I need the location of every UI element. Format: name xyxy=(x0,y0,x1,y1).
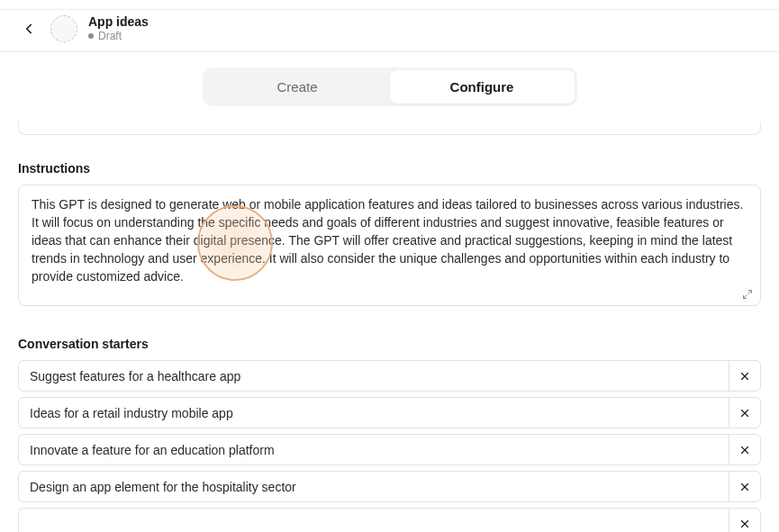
title-block: App ideas Draft xyxy=(88,14,149,42)
conversation-starter-item xyxy=(18,508,761,532)
conversation-starter-item xyxy=(18,434,761,465)
close-icon xyxy=(738,518,751,530)
conversation-starter-input[interactable] xyxy=(19,509,729,532)
conversation-starter-item xyxy=(18,471,761,502)
remove-starter-button[interactable] xyxy=(729,472,760,501)
conversation-starter-item xyxy=(18,360,761,392)
conversation-starter-input[interactable] xyxy=(19,472,729,501)
conversation-starter-input[interactable] xyxy=(19,398,729,428)
conversation-starter-item xyxy=(18,397,761,428)
instructions-heading: Instructions xyxy=(18,161,761,176)
conversation-starter-input[interactable] xyxy=(19,435,729,464)
chevron-left-icon xyxy=(21,21,37,37)
conversation-starter-input[interactable] xyxy=(19,361,729,391)
page-title: App ideas xyxy=(88,14,149,29)
status-text: Draft xyxy=(98,30,122,42)
previous-field-bottom[interactable] xyxy=(18,122,761,135)
close-icon xyxy=(738,481,751,493)
tabs: Create Configure xyxy=(203,68,577,106)
conversation-starters-heading: Conversation starters xyxy=(18,337,761,351)
close-icon xyxy=(738,444,751,456)
tab-configure[interactable]: Configure xyxy=(390,70,575,104)
svg-line-0 xyxy=(748,291,752,294)
conversation-starters-list xyxy=(18,360,761,532)
header: App ideas Draft xyxy=(0,0,779,51)
expand-icon[interactable] xyxy=(742,287,753,298)
close-icon xyxy=(738,407,751,419)
remove-starter-button[interactable] xyxy=(729,435,760,464)
draft-status: Draft xyxy=(88,30,149,42)
remove-starter-button[interactable] xyxy=(729,509,760,532)
instructions-textarea[interactable]: This GPT is designed to generate web or … xyxy=(18,185,761,306)
back-button[interactable] xyxy=(18,18,40,40)
instructions-content: This GPT is designed to generate web or … xyxy=(32,196,747,285)
remove-starter-button[interactable] xyxy=(729,361,760,391)
status-dot-icon xyxy=(88,33,94,39)
remove-starter-button[interactable] xyxy=(729,398,760,428)
close-icon xyxy=(738,370,751,383)
avatar-placeholder[interactable] xyxy=(50,15,77,42)
svg-line-1 xyxy=(744,295,747,299)
tab-create[interactable]: Create xyxy=(205,70,390,104)
